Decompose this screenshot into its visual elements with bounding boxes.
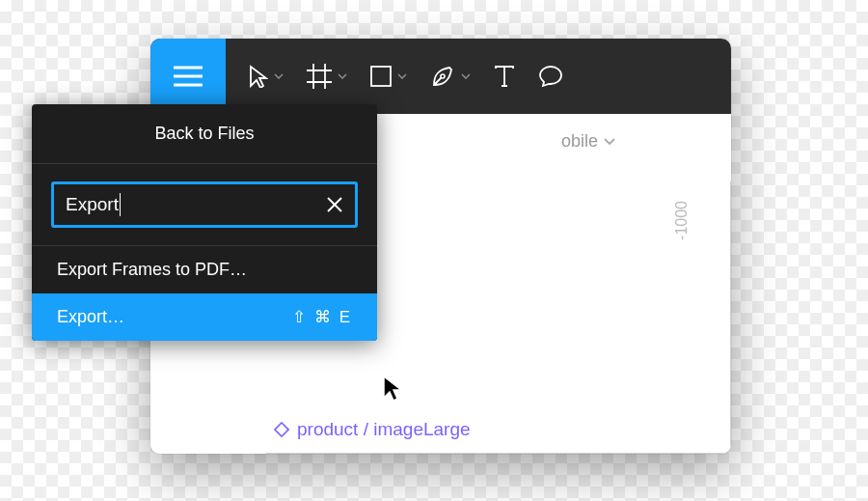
chevron-down-icon (461, 73, 471, 79)
cursor-arrow-icon (249, 65, 268, 88)
svg-point-8 (441, 74, 445, 78)
menu-item-label: Export Frames to PDF… (57, 260, 352, 280)
hamburger-icon (174, 66, 203, 87)
rectangle-icon (370, 66, 392, 87)
menu-search-input[interactable]: Export (51, 181, 358, 228)
comment-icon (538, 64, 563, 89)
menu-item-export[interactable]: Export… ⇧ ⌘ E (32, 293, 377, 341)
ruler-vertical-label: -1000 (673, 201, 691, 240)
frame-icon (307, 64, 332, 89)
main-toolbar (150, 39, 731, 114)
page-breadcrumb[interactable]: obile (561, 131, 615, 152)
svg-rect-7 (371, 67, 391, 86)
comment-tool[interactable] (527, 39, 575, 114)
back-to-files-label: Back to Files (154, 124, 254, 143)
diamond-icon (274, 422, 289, 437)
back-to-files-item[interactable]: Back to Files (32, 104, 377, 164)
breadcrumb-text: obile (561, 131, 598, 152)
component-label[interactable]: product / imageLarge (274, 419, 471, 440)
text-tool[interactable] (482, 39, 527, 114)
shape-tool[interactable] (359, 39, 419, 114)
menu-search-container: Export (32, 164, 377, 246)
pen-icon (430, 64, 455, 89)
chevron-down-icon (604, 138, 615, 146)
main-menu-button[interactable] (150, 39, 226, 114)
frame-tool[interactable] (295, 39, 359, 114)
chevron-down-icon (397, 73, 407, 79)
ruler-horizontal-line (266, 453, 731, 454)
move-tool[interactable] (237, 39, 295, 114)
menu-results: Export Frames to PDF… Export… ⇧ ⌘ E (32, 246, 377, 341)
menu-item-export-pdf[interactable]: Export Frames to PDF… (32, 246, 377, 293)
component-label-text: product / imageLarge (297, 419, 471, 440)
menu-item-label: Export… (57, 307, 292, 327)
pen-tool[interactable] (419, 39, 482, 114)
ruler-vertical-line (730, 181, 731, 452)
main-menu-dropdown: Back to Files Export Export Frames to PD… (32, 104, 377, 341)
svg-rect-9 (275, 423, 288, 436)
text-cursor (120, 193, 121, 216)
menu-item-shortcut: ⇧ ⌘ E (292, 307, 352, 327)
search-value-text: Export (66, 194, 119, 215)
text-icon (494, 65, 515, 88)
clear-search-icon[interactable] (326, 196, 343, 213)
tool-group (226, 39, 575, 114)
chevron-down-icon (274, 73, 284, 79)
chevron-down-icon (338, 73, 347, 79)
